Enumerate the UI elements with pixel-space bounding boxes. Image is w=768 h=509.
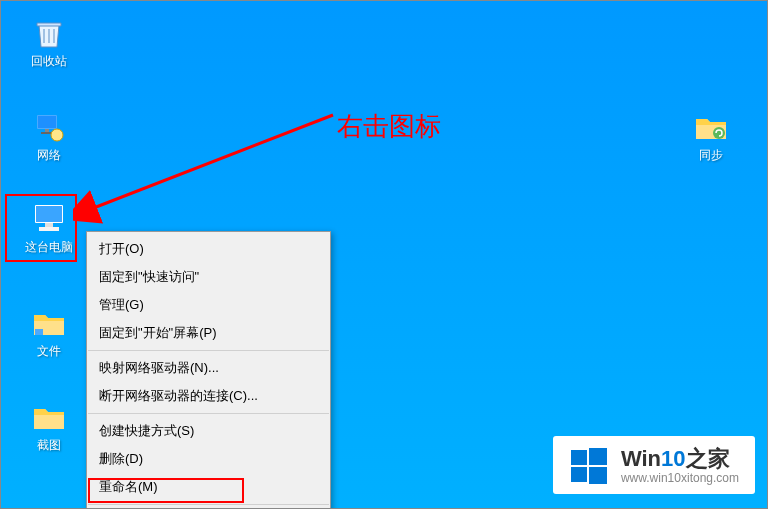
network-label: 网络 — [37, 147, 61, 164]
menu-pin-quick[interactable]: 固定到"快速访问" — [87, 263, 330, 291]
menu-open[interactable]: 打开(O) — [87, 235, 330, 263]
menu-create-shortcut[interactable]: 创建快捷方式(S) — [87, 417, 330, 445]
desktop-icon-recycle-bin[interactable]: 回收站 — [17, 15, 81, 70]
computer-icon — [31, 201, 67, 237]
annotation-arrow — [73, 85, 343, 235]
this-pc-label: 这台电脑 — [25, 239, 73, 256]
svg-point-10 — [713, 127, 725, 139]
svg-rect-13 — [589, 448, 607, 465]
context-menu: 打开(O) 固定到"快速访问" 管理(G) 固定到"开始"屏幕(P) 映射网络驱… — [86, 231, 331, 509]
recycle-bin-icon — [31, 15, 67, 51]
folder-icon-sync — [693, 109, 729, 145]
svg-rect-14 — [571, 467, 587, 482]
files-label: 文件 — [37, 343, 61, 360]
watermark-brand-num: 10 — [661, 446, 685, 471]
annotation-text: 右击图标 — [337, 109, 441, 144]
menu-delete[interactable]: 删除(D) — [87, 445, 330, 473]
menu-disconnect-drive[interactable]: 断开网络驱动器的连接(C)... — [87, 382, 330, 410]
menu-separator — [88, 413, 329, 414]
watermark-url: www.win10xitong.com — [621, 472, 739, 485]
watermark-title: Win10之家 — [621, 447, 739, 471]
svg-rect-15 — [589, 467, 607, 484]
desktop-icon-sync[interactable]: 同步 — [679, 109, 743, 164]
svg-rect-1 — [38, 116, 56, 128]
menu-pin-start[interactable]: 固定到"开始"屏幕(P) — [87, 319, 330, 347]
svg-rect-8 — [39, 227, 59, 231]
folder-icon-files — [31, 305, 67, 341]
sync-label: 同步 — [699, 147, 723, 164]
windows-logo-icon — [569, 446, 609, 486]
network-icon — [31, 109, 67, 145]
menu-separator — [88, 504, 329, 505]
folder-icon-screenshot — [31, 399, 67, 435]
screenshot-label: 截图 — [37, 437, 61, 454]
desktop-icon-files[interactable]: 文件 — [17, 305, 81, 360]
desktop-icon-this-pc[interactable]: 这台电脑 — [17, 201, 81, 256]
svg-point-4 — [51, 129, 63, 141]
svg-rect-12 — [571, 450, 587, 465]
desktop-icon-network[interactable]: 网络 — [17, 109, 81, 164]
svg-rect-9 — [35, 329, 43, 335]
recycle-bin-label: 回收站 — [31, 53, 67, 70]
menu-map-drive[interactable]: 映射网络驱动器(N)... — [87, 354, 330, 382]
watermark: Win10之家 www.win10xitong.com — [553, 436, 755, 494]
highlight-properties — [88, 478, 244, 503]
svg-line-11 — [91, 115, 333, 209]
svg-rect-2 — [45, 129, 49, 132]
watermark-brand-prefix: Win — [621, 446, 661, 471]
menu-manage[interactable]: 管理(G) — [87, 291, 330, 319]
watermark-brand-suffix: 之家 — [686, 446, 730, 471]
menu-separator — [88, 350, 329, 351]
svg-rect-7 — [45, 223, 53, 227]
svg-rect-6 — [36, 206, 62, 222]
desktop-icon-screenshot[interactable]: 截图 — [17, 399, 81, 454]
